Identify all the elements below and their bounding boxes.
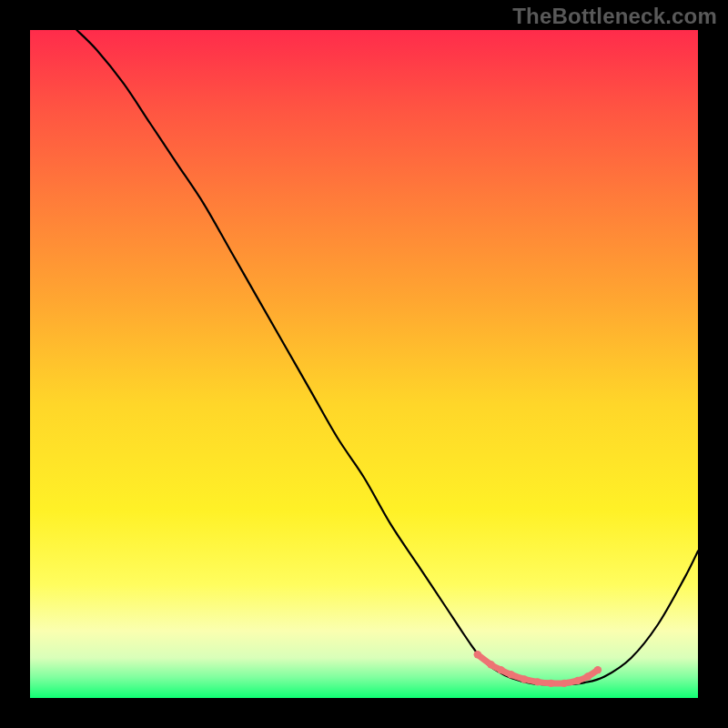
optimal-dot (474, 651, 481, 658)
optimal-dot (497, 666, 504, 673)
optimal-dot (507, 671, 514, 678)
outer-frame: TheBottleneck.com (0, 0, 728, 728)
optimal-dot (574, 677, 581, 684)
optimal-dot (561, 680, 568, 687)
optimal-dot (547, 680, 554, 687)
chart-svg (30, 30, 698, 698)
optimal-dot (534, 678, 541, 685)
plot-area (30, 30, 698, 698)
watermark-text: TheBottleneck.com (512, 4, 717, 29)
bottleneck-curve (76, 30, 698, 685)
optimal-dot (487, 661, 494, 668)
optimal-dot (594, 666, 602, 673)
optimal-dot (584, 672, 592, 680)
optimal-dot (521, 675, 528, 682)
